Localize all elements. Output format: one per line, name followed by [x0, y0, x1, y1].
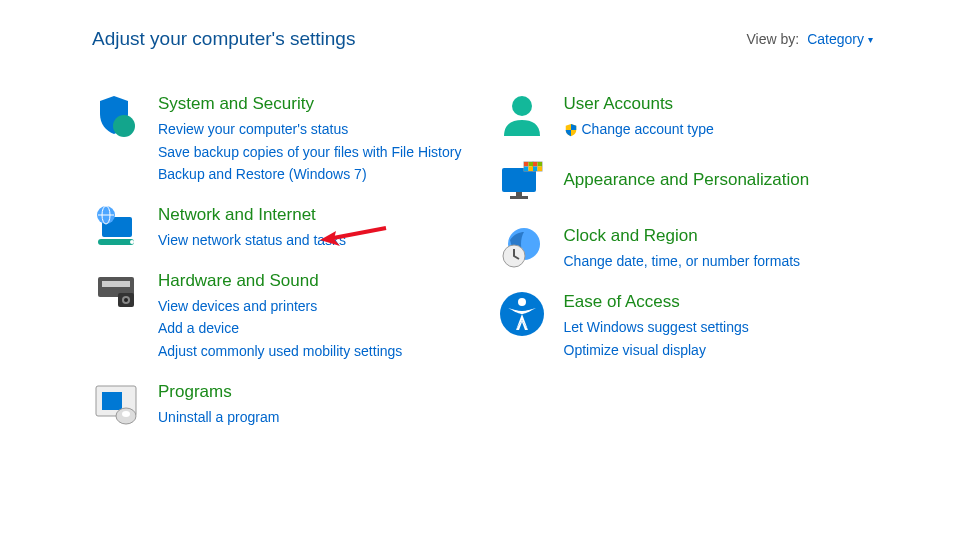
uac-shield-icon [564, 123, 578, 137]
category-link[interactable]: Optimize visual display [564, 341, 874, 361]
network-internet-icon[interactable] [92, 203, 140, 251]
category-content: Hardware and Sound View devices and prin… [158, 269, 468, 362]
svg-rect-27 [533, 167, 538, 172]
svg-rect-12 [102, 392, 122, 410]
category-title[interactable]: Hardware and Sound [158, 271, 319, 291]
category-links: Change date, time, or number formats [564, 252, 874, 272]
category-content: Clock and Region Change date, time, or n… [564, 224, 874, 272]
appearance-personalization-icon[interactable] [498, 158, 546, 206]
svg-rect-24 [528, 167, 533, 172]
system-security-icon[interactable] [92, 92, 140, 140]
svg-point-10 [124, 298, 128, 302]
svg-rect-22 [528, 162, 533, 167]
category-title[interactable]: Programs [158, 382, 232, 402]
view-by-label: View by: [747, 31, 800, 47]
category-links: Review your computer's status Save backu… [158, 120, 468, 185]
category-links: Uninstall a program [158, 408, 468, 428]
category-title[interactable]: User Accounts [564, 94, 674, 114]
right-column: User Accounts Change account type [498, 92, 874, 446]
svg-rect-16 [502, 168, 536, 192]
user-accounts-icon[interactable] [498, 92, 546, 140]
category-link[interactable]: Add a device [158, 319, 468, 339]
category-ease-of-access: Ease of Access Let Windows suggest setti… [498, 290, 874, 360]
svg-rect-17 [516, 192, 522, 196]
header: Adjust your computer's settings View by:… [92, 28, 873, 50]
category-programs: Programs Uninstall a program [92, 380, 468, 428]
category-link[interactable]: Change account type [564, 120, 874, 140]
category-link[interactable]: View network status and tasks [158, 231, 468, 251]
svg-point-15 [512, 96, 532, 116]
category-content: System and Security Review your computer… [158, 92, 468, 185]
svg-rect-4 [98, 239, 134, 245]
category-content: Programs Uninstall a program [158, 380, 468, 428]
clock-region-icon[interactable] [498, 224, 546, 272]
svg-point-32 [518, 298, 526, 306]
svg-rect-26 [537, 162, 542, 167]
category-title[interactable]: Network and Internet [158, 205, 316, 225]
page-title: Adjust your computer's settings [92, 28, 355, 50]
category-title[interactable]: Clock and Region [564, 226, 698, 246]
category-content: Ease of Access Let Windows suggest setti… [564, 290, 874, 360]
category-link[interactable]: Let Windows suggest settings [564, 318, 874, 338]
view-by-value: Category [807, 31, 864, 47]
category-links: Let Windows suggest settings Optimize vi… [564, 318, 874, 360]
left-column: System and Security Review your computer… [92, 92, 468, 446]
view-by-dropdown[interactable]: Category ▾ [807, 31, 873, 47]
svg-rect-28 [537, 167, 542, 172]
category-columns: System and Security Review your computer… [92, 92, 873, 446]
category-user-accounts: User Accounts Change account type [498, 92, 874, 140]
category-title[interactable]: System and Security [158, 94, 314, 114]
category-link[interactable]: Change date, time, or number formats [564, 252, 874, 272]
category-clock-and-region: Clock and Region Change date, time, or n… [498, 224, 874, 272]
category-network-and-internet: Network and Internet View network status… [92, 203, 468, 251]
link-text: Change account type [582, 120, 714, 140]
svg-rect-21 [524, 162, 529, 167]
category-link[interactable]: Uninstall a program [158, 408, 468, 428]
view-by-control: View by: Category ▾ [747, 31, 873, 47]
category-title[interactable]: Ease of Access [564, 292, 680, 312]
category-link[interactable]: Save backup copies of your files with Fi… [158, 143, 468, 163]
category-hardware-and-sound: Hardware and Sound View devices and prin… [92, 269, 468, 362]
category-content: User Accounts Change account type [564, 92, 874, 140]
chevron-down-icon: ▾ [868, 34, 873, 45]
category-link[interactable]: View devices and printers [158, 297, 468, 317]
svg-point-0 [113, 115, 135, 137]
category-link[interactable]: Review your computer's status [158, 120, 468, 140]
ease-of-access-icon[interactable] [498, 290, 546, 338]
svg-rect-18 [510, 196, 528, 199]
svg-rect-25 [533, 162, 538, 167]
category-link[interactable]: Backup and Restore (Windows 7) [158, 165, 468, 185]
category-links: View network status and tasks [158, 231, 468, 251]
category-system-and-security: System and Security Review your computer… [92, 92, 468, 185]
category-content: Appearance and Personalization [564, 158, 874, 196]
category-links: View devices and printers Add a device A… [158, 297, 468, 362]
svg-point-14 [122, 411, 130, 417]
svg-point-5 [130, 240, 134, 244]
programs-icon[interactable] [92, 380, 140, 428]
category-link[interactable]: Adjust commonly used mobility settings [158, 342, 468, 362]
category-links: Change account type [564, 120, 874, 140]
category-title[interactable]: Appearance and Personalization [564, 170, 810, 190]
hardware-sound-icon[interactable] [92, 269, 140, 317]
svg-rect-7 [102, 281, 130, 287]
svg-rect-23 [524, 167, 529, 172]
category-content: Network and Internet View network status… [158, 203, 468, 251]
category-appearance-and-personalization: Appearance and Personalization [498, 158, 874, 206]
